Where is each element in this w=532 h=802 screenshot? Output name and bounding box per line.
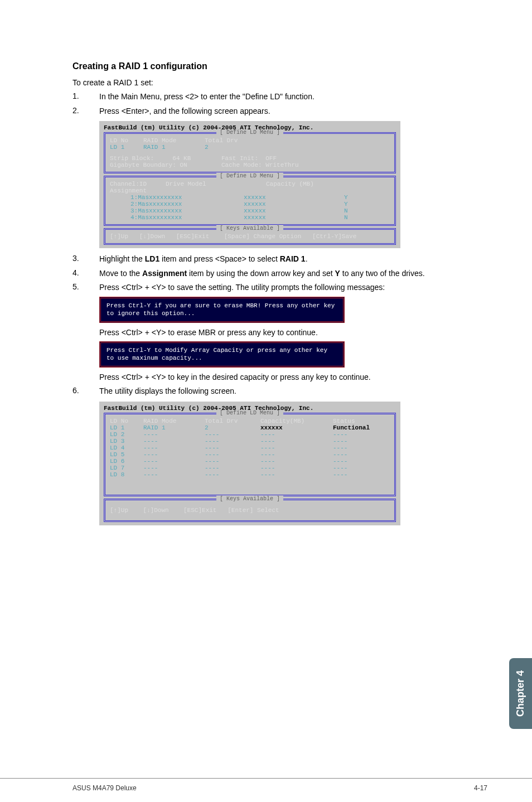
- frame-label: [ Define LD Menu ]: [216, 129, 283, 136]
- dash: ----: [143, 465, 205, 471]
- dash: ----: [333, 445, 389, 451]
- drive-capacity: xxxxxx: [244, 214, 344, 221]
- dash: ----: [205, 445, 260, 451]
- label-gigabyte-boundary: Gigabyte Boundary:: [110, 162, 176, 168]
- text: item and press <Space> to select: [159, 254, 280, 263]
- frame-label: [ Define LD Menu ]: [216, 173, 283, 179]
- dash: ----: [260, 445, 333, 451]
- step-number: 6.: [72, 386, 99, 397]
- step-4: 4. Move to the Assignment item by using …: [72, 268, 487, 279]
- dash: ----: [333, 471, 389, 478]
- header-capacity: Capacity(MB): [260, 418, 333, 424]
- bios-frame-ld-menu-top: [ Define LD Menu ] LD No RAID Mode Total…: [104, 132, 396, 173]
- value-total-drv: 2: [205, 144, 260, 151]
- section-heading: Creating a RAID 1 configuration: [72, 61, 487, 71]
- drive-assignment: Y: [344, 201, 348, 207]
- dash: ----: [205, 471, 260, 478]
- keys-available: [↑]Up [↓]Down [ESC]Exit [Enter] Select: [110, 507, 390, 514]
- value-ld-no: LD 7: [110, 465, 143, 471]
- dash: ----: [143, 458, 205, 465]
- frame-label: [ Define LD Menu ]: [216, 410, 283, 416]
- bold: Y: [335, 269, 340, 278]
- frame-label: [ Keys Available ]: [216, 225, 283, 231]
- bold: LD1: [145, 254, 159, 263]
- value-ld-no: LD 1: [110, 144, 143, 151]
- dash: ----: [333, 458, 389, 465]
- dash: ----: [333, 451, 389, 458]
- bios-screen-define-ld: FastBuild (tm) Utility (c) 2004-2005 ATI…: [99, 121, 400, 248]
- step-text: Press <Enter>, and the following screen …: [99, 106, 487, 117]
- header-total-drv: Total Drv: [205, 418, 260, 424]
- label-strip-block: Strip Block:: [110, 155, 154, 162]
- bios-frame-keys: [ Keys Available ] [↑]Up [↓]Down [ESC]Ex…: [104, 499, 396, 522]
- drive-capacity: xxxxxx: [244, 194, 344, 201]
- dash: ----: [205, 465, 260, 471]
- dash: ----: [333, 465, 389, 471]
- drive-assignment: N: [344, 214, 348, 221]
- dash: ----: [333, 431, 389, 438]
- header-raid-mode: RAID Mode: [143, 137, 205, 144]
- header-total-drv: Total Drv: [205, 137, 260, 144]
- value-status: Functional: [333, 424, 389, 431]
- dash: ----: [260, 458, 333, 465]
- value-cache-mode: WriteThru: [265, 162, 298, 168]
- bold: Assignment: [142, 269, 187, 278]
- step-text: In the Main Menu, press <2> to enter the…: [99, 91, 487, 103]
- dash: ----: [260, 471, 333, 478]
- drive-id: 2:Mas: [110, 201, 149, 207]
- dash: ----: [205, 431, 260, 438]
- drive-capacity: xxxxxx: [244, 201, 344, 207]
- header-channel-id: Channel:ID: [110, 181, 166, 187]
- step-5b-text: Press <Ctrl> + <Y> to key in the desired…: [99, 372, 487, 383]
- dash: ----: [205, 451, 260, 458]
- bios-frame-ld-list: [ Define LD Menu ] LD No RAID Mode Total…: [104, 413, 396, 496]
- drive-model: xxxxxxxxx: [149, 194, 244, 201]
- drive-model: xxxxxxxxx: [149, 207, 244, 214]
- value-ld-no: LD 6: [110, 458, 143, 465]
- drive-assignment: Y: [344, 194, 348, 201]
- drive-id: 3:Mas: [110, 207, 149, 214]
- dash: ----: [143, 438, 205, 445]
- dash: ----: [205, 458, 260, 465]
- bios-message-erase-mbr: Press Ctrl-Y if you are sure to erase MB…: [99, 297, 345, 323]
- text: .: [306, 254, 308, 263]
- step-6: 6. The utility displays the following sc…: [72, 386, 487, 397]
- drive-model: xxxxxxxxx: [149, 214, 244, 221]
- value-fast-init: OFF: [265, 155, 277, 162]
- value-ld-no: LD 3: [110, 438, 143, 445]
- bios-frame-ld-menu-drives: [ Define LD Menu ] Channel:ID Drive Mode…: [104, 176, 396, 226]
- drive-model: xxxxxxxxx: [149, 201, 244, 207]
- dash: ----: [333, 438, 389, 445]
- dash: ----: [143, 431, 205, 438]
- step-text: Highlight the LD1 item and press <Space>…: [99, 254, 487, 265]
- dash: ----: [260, 465, 333, 471]
- step-5a-text: Press <Ctrl> + <Y> to erase MBR or press…: [99, 327, 487, 339]
- label-cache-mode: Cache Mode:: [221, 162, 262, 168]
- value-ld-no: LD 2: [110, 431, 143, 438]
- bios-frame-keys: [ Keys Available ] [↑]Up [↓]Down [ESC]Ex…: [104, 228, 396, 245]
- text: Move to the: [99, 269, 142, 278]
- value-capacity: xxxxxx: [260, 424, 333, 431]
- dash: ----: [260, 431, 333, 438]
- label-fast-init: Fast Init:: [221, 155, 258, 162]
- text: to any two of the drives.: [340, 269, 425, 278]
- value-ld-no: LD 8: [110, 471, 143, 478]
- value-total-drv: 2: [205, 424, 260, 431]
- header-status: Status: [333, 418, 389, 424]
- drive-capacity: xxxxxx: [244, 207, 344, 214]
- footer-page-number: 4-17: [474, 784, 487, 792]
- drive-assignment: N: [344, 207, 348, 214]
- dash: ----: [205, 438, 260, 445]
- chapter-tab: Chapter 4: [509, 658, 532, 729]
- intro-text: To create a RAID 1 set:: [72, 78, 487, 87]
- step-3: 3. Highlight the LD1 item and press <Spa…: [72, 254, 487, 265]
- value-gigabyte-boundary: ON: [180, 162, 187, 168]
- header-raid-mode: RAID Mode: [143, 418, 205, 424]
- text: Highlight the: [99, 254, 145, 263]
- step-number: 5.: [72, 282, 99, 293]
- header-assignment: Assignment: [110, 187, 147, 194]
- value-raid-mode: RAID 1: [143, 424, 205, 431]
- value-strip-block: 64 KB: [172, 155, 191, 162]
- value-raid-mode: RAID 1: [143, 144, 205, 151]
- drive-id: 1:Mas: [110, 194, 149, 201]
